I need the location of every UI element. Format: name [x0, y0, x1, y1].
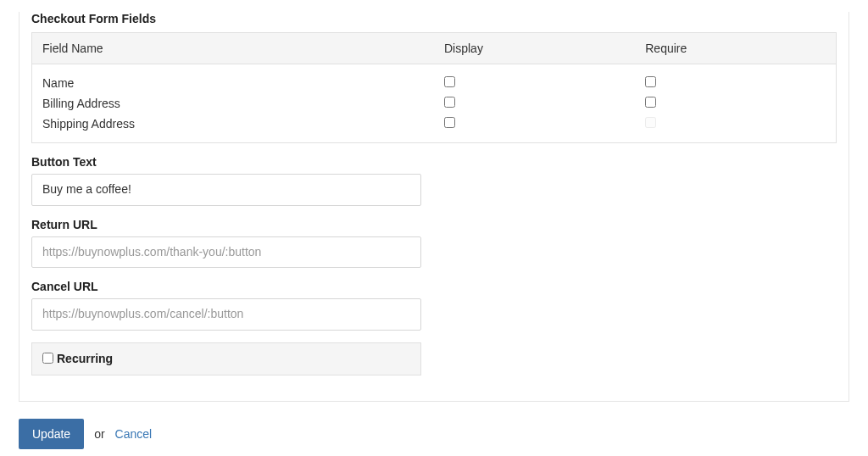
column-display: Display — [434, 33, 635, 64]
require-checkbox-billing[interactable] — [645, 97, 656, 108]
or-text: or — [94, 427, 104, 441]
table-row: Shipping Address — [32, 114, 837, 143]
button-text-label: Button Text — [31, 155, 421, 169]
recurring-label: Recurring — [57, 352, 113, 365]
field-label: Name — [32, 64, 435, 94]
recurring-box: Recurring — [31, 342, 421, 376]
display-checkbox-billing[interactable] — [444, 97, 455, 108]
return-url-label: Return URL — [31, 218, 421, 231]
column-field-name: Field Name — [32, 33, 435, 64]
cancel-link[interactable]: Cancel — [115, 427, 153, 441]
column-require: Require — [635, 33, 836, 64]
update-button[interactable]: Update — [19, 419, 84, 449]
cancel-url-input[interactable] — [31, 298, 421, 331]
checkout-fields-table: Field Name Display Require Name Billing … — [31, 32, 837, 143]
field-label: Shipping Address — [32, 114, 435, 143]
require-checkbox-name[interactable] — [645, 76, 656, 87]
display-checkbox-shipping[interactable] — [444, 117, 455, 128]
recurring-checkbox[interactable] — [42, 353, 53, 364]
display-checkbox-name[interactable] — [444, 76, 455, 87]
button-text-input[interactable] — [31, 174, 421, 206]
table-row: Name — [32, 64, 837, 94]
require-checkbox-shipping — [645, 117, 656, 128]
return-url-input[interactable] — [31, 236, 421, 269]
settings-panel: Checkout Form Fields Field Name Display … — [19, 12, 849, 402]
return-url-group: Return URL — [31, 218, 421, 269]
cancel-url-label: Cancel URL — [31, 280, 421, 293]
table-row: Billing Address — [32, 93, 837, 114]
field-label: Billing Address — [32, 93, 435, 114]
action-row: Update or Cancel — [19, 419, 868, 449]
checkout-fields-heading: Checkout Form Fields — [31, 12, 837, 25]
cancel-url-group: Cancel URL — [31, 280, 421, 331]
recurring-toggle[interactable]: Recurring — [42, 352, 113, 365]
button-text-group: Button Text — [31, 155, 421, 206]
